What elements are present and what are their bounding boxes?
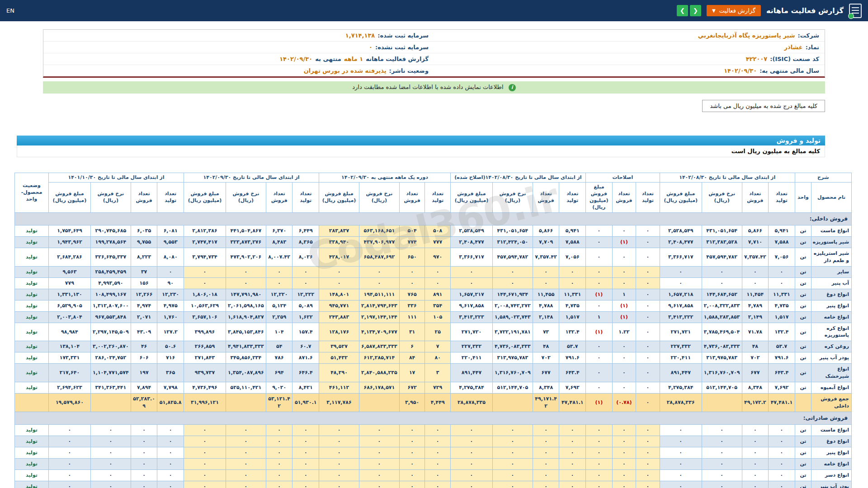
value-cell: ۰ [769, 436, 795, 447]
value-cell: ۰ [636, 436, 660, 447]
value-cell: ۰ [184, 277, 226, 289]
value-cell: ۲,۶۹۴,۶۲۳ [48, 382, 90, 394]
next-report-button[interactable]: ❯ [677, 5, 688, 16]
value-cell: ۳۴۵,۸۵۶,۲۳۴ [226, 352, 266, 364]
column-subheader: مبلغ فروش (میلیون ریال) [660, 183, 702, 212]
value-cell: ۳۳۸,۹۴۰ [319, 237, 359, 248]
value-cell: ۰ [702, 459, 742, 470]
value-cell: ۰ [184, 425, 226, 436]
value-cell: ۴۳۱,۰۵۱,۶۵۴ [702, 225, 742, 237]
value-cell: ۸,۳۴۸ [742, 382, 769, 394]
value-cell: ۰ [319, 277, 359, 289]
value-cell: ۴,۹۹۳,۵۹۰ [90, 277, 131, 289]
value-cell: ۰ [131, 447, 157, 459]
unit-cell: تن [795, 481, 811, 488]
value-cell: ۰ [450, 436, 492, 447]
company-label: شرکت: [798, 32, 819, 39]
value-cell: ۲,۱۴۹ [742, 311, 769, 323]
value-cell: ۰ [184, 470, 226, 481]
value-cell: ۰ [586, 459, 613, 470]
value-cell: ۷۳ [533, 323, 559, 341]
report-type-dropdown[interactable]: گزارش فعالیت ▼ [707, 5, 761, 16]
value-cell: ۴۳۱,۰۵۱,۶۵۴ [492, 225, 533, 237]
value-cell: ۳,۷۲۲,۱۹۱,۷۸۱ [492, 323, 533, 341]
value-cell: ۸,۴۸۳ [266, 237, 292, 248]
value-cell: ۰ [769, 459, 795, 470]
report-period-length: ۱ ماهه [344, 56, 363, 62]
value-cell: ۰ [399, 459, 425, 470]
company-field: شرکت: شیر پاستوريزه پگاه آذربايجانغربي [434, 30, 825, 41]
unregistered-capital-label: سرمایه ثبت نشده: [375, 44, 429, 51]
value-cell: ۱۱,۴۵۵ [533, 289, 559, 300]
value-cell: ۰ [769, 447, 795, 459]
value-cell: ۱۲۸,۱۷۶ [319, 323, 359, 341]
value-cell: ۴۵۷,۵۹۴,۷۸۲ [492, 248, 533, 266]
value-cell: ۱.۲۲ [612, 323, 636, 341]
value-cell: ۰ [292, 425, 319, 436]
prev-report-button[interactable]: ❮ [690, 5, 701, 16]
unit-cell: تن [795, 470, 811, 481]
column-subheader: تعداد فروش [266, 183, 292, 212]
value-cell: ۳,۳۶۶,۷۱۷ [660, 248, 702, 266]
value-cell: ۲,۷۴۷,۴۱۷ [184, 237, 226, 248]
value-cell: ۰ [636, 248, 660, 266]
column-group-header-2: از ابتدای سال مالی تا تاریخ ۱۴۰۲/۰۸/۳۰(ا… [450, 173, 585, 183]
value-cell: ۰ [660, 459, 702, 470]
symbol-value: غشاذر [784, 44, 802, 51]
value-cell: ۳,۰۰۲,۲۶۰,۸۷۰ [90, 341, 131, 352]
value-cell: ۴۵۷,۵۹۴,۷۸۲ [702, 248, 742, 266]
value-cell: ۳۵۴ [425, 300, 451, 311]
value-cell: ۰ [702, 481, 742, 488]
value-cell: ۲۵۸,۴۵۹,۴۵۹ [90, 266, 131, 277]
value-cell: ۶۴۳.۴ [769, 364, 795, 382]
value-cell: ۲۸,۸۷۸,۳۳۶ [660, 394, 702, 412]
value-cell: ۷۷۹ [48, 277, 90, 289]
value-cell: ۱۳۲.۴ [559, 323, 586, 341]
value-cell [702, 394, 742, 412]
column-subheader: تعداد تولید [636, 183, 660, 212]
product-status: تولید [15, 311, 49, 323]
value-cell: ۴۷۳,۹۰۲,۲۰۶ [226, 248, 266, 266]
value-cell: ۰ [612, 425, 636, 436]
value-cell: ۴۲۸,۰۱۷ [319, 248, 359, 266]
value-cell: ۰ [399, 425, 425, 436]
value-cell: (۱) [612, 311, 636, 323]
value-cell: ۰ [359, 447, 399, 459]
value-cell: ۹,۶۱۷,۸۵۸ [450, 300, 492, 311]
value-cell: ۴,۹۷۵ [157, 300, 184, 311]
value-cell: ۹۳۹,۷۳۷ [184, 364, 226, 382]
value-cell: ۰ [533, 447, 559, 459]
value-cell: ۶۱۲,۲۸۵,۷۱۴ [359, 352, 399, 364]
value-cell: ۰ [612, 481, 636, 488]
value-cell: ۵۴ [266, 341, 292, 352]
value-cell: ۰ [450, 447, 492, 459]
value-cell: ۷,۷۹۸ [157, 382, 184, 394]
value-cell: ۴۸,۲۹۰ [319, 364, 359, 382]
value-cell: ۴,۲۷۵,۳۸۴ [450, 382, 492, 394]
value-cell: ۲۶۶,۸۵۹ [184, 341, 226, 352]
value-cell: ۴,۴۴۹ [425, 394, 451, 412]
value-cell: ۶۵۰ [399, 248, 425, 266]
column-subheader: تعداد فروش [399, 183, 425, 212]
value-cell: ۰ [90, 447, 131, 459]
value-cell: ۰ [359, 481, 399, 488]
value-cell: ۱۵۷.۴ [292, 323, 319, 341]
table-header: شرحاز ابتدای سال مالی تا تاریخ ۱۴۰۲/۰۸/۳… [15, 173, 852, 212]
value-cell: ۷ [425, 341, 451, 352]
value-cell: ۶,۰۸۱ [157, 225, 184, 237]
value-cell: ۶ [399, 341, 425, 352]
product-name: انواع خامه [811, 459, 852, 470]
value-cell: ۲۷۱,۷۲۱ [660, 323, 702, 341]
value-cell: ۷۶۵ [399, 289, 425, 300]
value-cell: ۰ [660, 425, 702, 436]
value-cell: ۰ [492, 277, 533, 289]
value-cell: ۰ [612, 225, 636, 237]
value-cell: ۵۰۸ [425, 225, 451, 237]
value-cell: ۰ [586, 248, 613, 266]
value-cell [359, 394, 399, 412]
value-cell: ۴,۹۴۱,۸۳۳,۳۳۳ [226, 341, 266, 352]
unit-cell: تن [795, 425, 811, 436]
language-switch-en[interactable]: EN [6, 7, 14, 14]
value-cell: ۰ [425, 470, 451, 481]
value-cell: ۰ [636, 394, 660, 412]
